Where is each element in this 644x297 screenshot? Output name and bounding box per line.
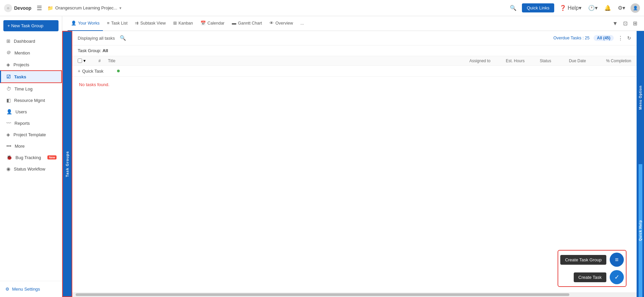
tab-calendar-label: Calendar [207,21,225,26]
sidebar-item-mention[interactable]: ＠ Mention [0,47,62,59]
sidebar-label-projects: Projects [13,62,56,67]
checkbox-dropdown-icon[interactable]: ▾ [83,58,86,63]
create-task-fab[interactable]: ✓ [610,270,624,284]
sidebar-label-timelog: Time Log [14,86,56,91]
tab-subtaskview-label: Subtask View [140,21,166,26]
resource-icon: ◧ [6,98,11,103]
no-tasks-text: No tasks found. [79,82,109,87]
template-icon: ◈ [6,132,10,137]
task-group-row: Task Group: All [72,45,637,56]
create-task-button[interactable]: Create Task [574,272,606,282]
tasks-icon: ☑ [6,74,11,79]
subtaskview-icon: ⇉ [135,21,139,26]
col-title: Title [108,59,460,63]
tab-tasklist-label: Task List [111,21,128,26]
mention-icon: ＠ [6,50,11,56]
project-icon: 📁 [47,5,53,11]
quick-links-button[interactable]: Quick Links [522,3,554,12]
sidebar-item-resource[interactable]: ◧ Resource Mgmt [0,95,62,106]
sidebar-item-dashboard[interactable]: ⊞ Dashboard [0,35,62,47]
bottom-scrollbar[interactable] [72,292,637,297]
timer-button[interactable]: 🕐▾ [587,3,599,12]
sidebar-label-bugtracking: Bug Tracking [15,155,44,160]
users-icon: 👤 [6,109,12,114]
right-panel: Menu Option Quick Help [637,31,644,297]
sidebar-label-template: Project Template [13,132,56,137]
chevron-down-icon[interactable]: ▾ [119,6,121,10]
create-task-group-button[interactable]: Create Task Group [560,255,606,265]
quick-task-label: Quick Task [82,69,103,74]
col-hash: # [91,59,108,63]
sidebar-label-mention: Mention [14,50,56,55]
menu-settings-item[interactable]: ⚙ Menu Settings [5,285,56,294]
tab-overview-label: Overview [275,21,293,26]
refresh-button[interactable]: ↻ [627,35,631,41]
task-group-value: All [103,48,108,53]
more-options-button[interactable]: ⋮ [618,35,623,41]
expand-button[interactable]: ⊡ [622,19,629,28]
project-name: Orangescrum Learning Projec... [55,5,117,10]
help-button[interactable]: ❓ Help▾ [558,3,583,12]
tab-ganttchart[interactable]: ▬ Ganntt Chart [229,16,266,31]
yourworks-icon: 👤 [71,21,76,26]
task-groups-panel[interactable]: Task Groups [62,31,72,297]
tab-kanban[interactable]: ⊞ Kanban [170,16,196,31]
tab-actions: ▼ ⊡ ⊞ [611,19,639,28]
task-list-body: + Quick Task No tasks found. [72,66,637,292]
task-groups-label: Task Groups [65,151,69,177]
green-dot-indicator [117,70,120,72]
tasks-area: Task Groups Displaying all tasks 🔍 Overd… [62,31,644,297]
quick-help-panel[interactable]: Quick Help [639,164,642,297]
overdue-tasks-text: Overdue Tasks : 25 [554,36,590,40]
task-group-label-text: Task Group: [78,48,101,53]
tab-more[interactable]: ... [297,16,307,31]
hamburger-button[interactable]: ☰ [35,3,43,13]
select-all-checkbox[interactable] [78,59,82,63]
sidebar-item-timelog[interactable]: ⏱ Time Log [0,83,62,95]
tab-tasklist[interactable]: ≡ Task List [104,16,131,31]
task-header: Displaying all tasks 🔍 Overdue Tasks : 2… [72,31,637,45]
create-task-group-fab[interactable]: ≡ [610,253,624,267]
col-status: Status [530,59,561,63]
filter-button[interactable]: ▼ [611,19,619,28]
sidebar-item-users[interactable]: 👤 Users [0,106,62,117]
col-est-hours: Est. Hours [500,59,530,63]
fab-wrapper: Create Task Group ≡ Create Task ✓ [558,250,627,287]
settings-button[interactable]: ⚙▾ [616,3,627,12]
sidebar-item-reports[interactable]: 〰 Reports [0,117,62,129]
new-task-group-button[interactable]: + New Task Group [3,20,59,31]
tab-calendar[interactable]: 📅 Calendar [197,16,228,31]
menu-option-panel[interactable]: Menu Option [639,31,642,164]
sidebar-item-statusworkflow[interactable]: ◉ Status Workflow [0,163,62,175]
plus-icon: + [78,68,80,74]
tasks-main-wrapper: Displaying all tasks 🔍 Overdue Tasks : 2… [72,31,637,297]
sidebar-nav: ⊞ Dashboard ＠ Mention ◈ Projects ☑ Tasks… [0,35,62,281]
quick-task-button[interactable]: + Quick Task [78,68,104,74]
sidebar-item-bugtracking[interactable]: 🐞 Bug Tracking New [0,152,62,163]
tab-subtaskview[interactable]: ⇉ Subtask View [131,16,169,31]
project-breadcrumb: 📁 Orangescrum Learning Projec... ▾ [47,5,121,11]
sidebar-item-projects[interactable]: ◈ Projects [0,59,62,70]
bugtracking-icon: 🐞 [6,155,12,160]
col-completion: % Completion [594,59,631,63]
sidebar-item-tasks[interactable]: ☑ Tasks [0,70,62,83]
notifications-button[interactable]: 🔔 [603,3,612,12]
sidebar-item-more[interactable]: ••• More [0,140,62,152]
nav-actions: 🔍 Quick Links ❓ Help▾ 🕐▾ 🔔 ⚙▾ 👤 [508,3,640,13]
avatar[interactable]: 👤 [631,3,640,13]
all-badge[interactable]: All (45) [594,35,614,41]
col-due-date: Due Date [561,59,594,63]
grid-button[interactable]: ⊞ [632,19,639,28]
task-group-fab-icon: ≡ [615,256,619,263]
displaying-text: Displaying all tasks [78,36,115,41]
task-search-button[interactable]: 🔍 [119,34,127,42]
sidebar-item-template[interactable]: ◈ Project Template [0,129,62,140]
app-name: Devoop [14,5,31,11]
create-task-group-row: Create Task Group ≡ [560,253,624,267]
sidebar-label-dashboard: Dashboard [14,39,56,44]
search-button[interactable]: 🔍 [508,3,518,12]
tab-overview[interactable]: 👁 Overview [266,16,296,31]
projects-icon: ◈ [6,62,10,67]
tab-yourworks[interactable]: 👤 Your Works [68,16,103,31]
no-tasks-message: No tasks found. [72,77,637,92]
